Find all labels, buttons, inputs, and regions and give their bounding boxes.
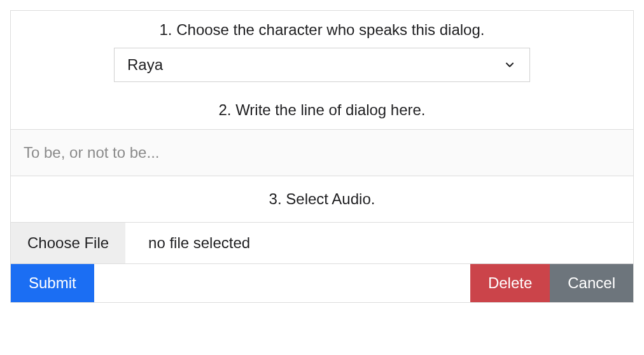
submit-button[interactable]: Submit [11, 264, 94, 302]
step-1-label: 1. Choose the character who speaks this … [11, 11, 633, 48]
chevron-down-icon [503, 58, 517, 72]
character-select-value: Raya [127, 56, 163, 74]
spacer [94, 264, 470, 302]
cancel-button[interactable]: Cancel [550, 264, 633, 302]
step-3-label: 3. Select Audio. [11, 176, 633, 222]
file-row: Choose File no file selected [11, 222, 633, 263]
step-2-label: 2. Write the line of dialog here. [11, 88, 633, 129]
file-status: no file selected [125, 234, 250, 252]
dialog-form: 1. Choose the character who speaks this … [10, 10, 634, 303]
delete-button[interactable]: Delete [470, 264, 550, 302]
dialog-line-input[interactable] [11, 129, 633, 176]
character-select-wrapper: Raya [11, 48, 633, 88]
action-row: Submit Delete Cancel [11, 263, 633, 302]
character-select[interactable]: Raya [114, 48, 530, 82]
choose-file-button[interactable]: Choose File [11, 223, 125, 263]
